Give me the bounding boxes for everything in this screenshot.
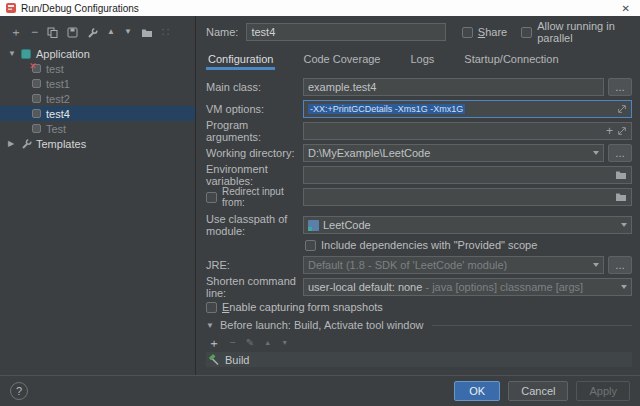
classpath-module-combo[interactable]: LeetCode <box>303 216 632 234</box>
chevron-down-icon[interactable] <box>593 151 599 155</box>
window-titlebar: Run/Debug Configurations ✕ <box>0 0 640 16</box>
add-icon[interactable]: ＋ <box>208 337 220 349</box>
shorten-cmd-label: Shorten command line: <box>206 275 303 299</box>
main-class-field[interactable]: example.test4 <box>303 78 604 96</box>
chevron-right-icon[interactable]: ▶ <box>8 139 20 148</box>
chevron-down-icon[interactable] <box>593 263 599 267</box>
browse-jre-button[interactable]: … <box>608 256 632 274</box>
tree-item-test4-selected[interactable]: test4 <box>0 106 195 121</box>
add-icon[interactable]: ＋ <box>10 26 22 38</box>
expand-icon[interactable] <box>617 104 627 114</box>
apply-button[interactable]: Apply <box>576 381 630 401</box>
provided-scope-checkbox[interactable] <box>305 240 316 251</box>
hammer-icon <box>208 354 220 366</box>
jre-combo[interactable]: Default (1.8 - SDK of 'LeetCode' module) <box>303 256 604 274</box>
move-up-icon[interactable]: ▲ <box>264 339 271 346</box>
edit-defaults-icon[interactable] <box>87 27 98 38</box>
help-button[interactable]: ? <box>10 382 28 400</box>
close-icon[interactable]: ✕ <box>618 3 634 14</box>
program-arguments-label: Program arguments: <box>206 119 303 143</box>
configurations-sidebar: ＋ − ▲ ▼ ∷ ▼ Application ✕ test <box>0 16 196 375</box>
configuration-editor: Name: Share Allow running in parallel Co… <box>196 16 640 375</box>
redirect-input-label: Redirect input from: <box>222 186 303 208</box>
new-folder-icon[interactable] <box>141 27 153 38</box>
allow-parallel-label: Allow running in parallel <box>537 20 632 44</box>
browse-main-class-button[interactable]: … <box>608 78 632 96</box>
chevron-down-icon[interactable] <box>621 223 627 227</box>
before-launch-toolbar: ＋ − ✎ ▲ ▼ <box>206 335 632 350</box>
before-launch-header[interactable]: ▼ Before launch: Build, Activate tool wi… <box>206 318 632 332</box>
cancel-button[interactable]: Cancel <box>508 381 568 401</box>
run-debug-configurations-dialog: ＋ − ▲ ▼ ∷ ▼ Application ✕ test <box>0 16 640 406</box>
tab-code-coverage[interactable]: Code Coverage <box>301 50 382 70</box>
window-title: Run/Debug Configurations <box>21 3 139 14</box>
tree-item-test2[interactable]: test2 <box>0 91 195 106</box>
environment-variables-label: Environment variables: <box>206 163 303 187</box>
sort-icon[interactable]: ∷ <box>162 26 170 38</box>
divider <box>432 325 632 326</box>
name-label: Name: <box>206 26 238 38</box>
program-arguments-field[interactable]: + <box>303 122 632 140</box>
allow-parallel-checkbox[interactable] <box>521 27 532 38</box>
environment-variables-field[interactable] <box>303 166 632 184</box>
tree-item-test1[interactable]: test1 <box>0 76 195 91</box>
config-tabs: Configuration Code Coverage Logs Startup… <box>206 46 632 70</box>
move-up-icon[interactable]: ▲ <box>107 28 115 36</box>
tab-configuration[interactable]: Configuration <box>206 50 275 70</box>
remove-icon[interactable]: − <box>31 26 38 38</box>
config-icon <box>30 108 42 120</box>
tree-group-templates[interactable]: ▶ Templates <box>0 136 195 151</box>
invalid-config-icon: ✕ <box>30 63 42 75</box>
application-icon <box>20 48 32 60</box>
vm-options-selected-text: -XX:+PrintGCDetails -Xms1G -Xmx1G <box>308 104 465 114</box>
share-checkbox[interactable] <box>462 27 473 38</box>
working-directory-label: Working directory: <box>206 147 303 159</box>
chevron-down-icon[interactable]: ▼ <box>8 49 20 58</box>
form-snapshots-checkbox[interactable] <box>206 302 217 313</box>
module-icon <box>308 220 319 231</box>
before-launch-item-build[interactable]: Build <box>206 352 632 367</box>
browse-folder-icon[interactable] <box>615 192 627 202</box>
edit-icon[interactable]: ✎ <box>246 338 254 348</box>
config-icon <box>30 123 42 135</box>
working-directory-field[interactable]: D:\MyExample\LeetCode <box>303 144 604 162</box>
copy-icon[interactable] <box>47 27 58 38</box>
tree-item-test[interactable]: ✕ test <box>0 61 195 76</box>
shorten-cmd-combo[interactable]: user-local default: none - java [options… <box>303 278 632 296</box>
dialog-footer: ? OK Cancel Apply <box>0 375 640 406</box>
save-icon[interactable] <box>67 27 78 38</box>
share-label: Share <box>478 26 507 38</box>
config-icon <box>30 78 42 90</box>
classpath-module-label: Use classpath of module: <box>206 213 303 237</box>
vm-options-field[interactable]: -XX:+PrintGCDetails -Xms1G -Xmx1G <box>303 100 632 118</box>
browse-folder-icon[interactable] <box>615 170 627 180</box>
ok-button[interactable]: OK <box>454 381 500 401</box>
browse-working-directory-button[interactable]: … <box>608 144 632 162</box>
add-icon[interactable]: + <box>606 125 613 137</box>
tab-logs[interactable]: Logs <box>409 50 437 70</box>
tree-group-application[interactable]: ▼ Application <box>0 46 195 61</box>
wrench-icon <box>20 138 32 150</box>
tree-item-Test[interactable]: Test <box>0 121 195 136</box>
redirect-input-field[interactable] <box>303 188 632 206</box>
move-down-icon[interactable]: ▼ <box>124 28 132 36</box>
config-icon <box>30 93 42 105</box>
sidebar-toolbar: ＋ − ▲ ▼ ∷ <box>0 22 195 46</box>
app-icon <box>6 3 16 13</box>
name-input[interactable] <box>246 23 445 41</box>
jre-label: JRE: <box>206 259 303 271</box>
main-class-label: Main class: <box>206 81 303 93</box>
vm-options-label: VM options: <box>206 103 303 115</box>
form-snapshots-label: Enable capturing form snapshots <box>222 301 383 313</box>
remove-icon[interactable]: − <box>230 338 236 348</box>
move-down-icon[interactable]: ▼ <box>281 339 288 346</box>
expand-icon[interactable] <box>617 126 627 136</box>
chevron-down-icon[interactable] <box>621 285 627 289</box>
chevron-down-icon[interactable]: ▼ <box>206 321 214 330</box>
provided-scope-label: Include dependencies with "Provided" sco… <box>321 239 537 251</box>
redirect-input-checkbox[interactable] <box>206 192 217 203</box>
tab-startup-connection[interactable]: Startup/Connection <box>462 50 560 70</box>
